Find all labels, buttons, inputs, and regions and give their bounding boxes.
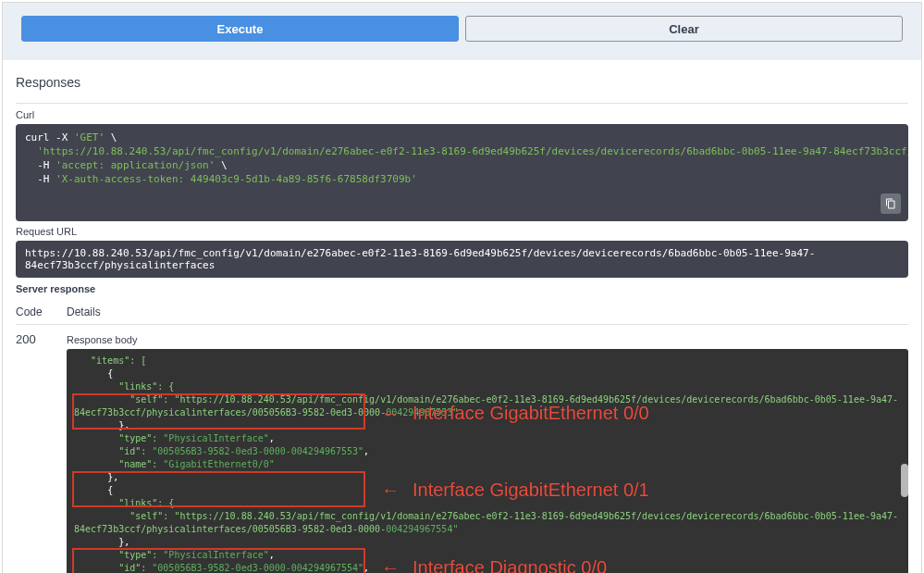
json-text: { — [74, 368, 113, 379]
json-text: "self": "https://10.88.240.53/api/fmc_co… — [74, 394, 898, 417]
curl-command-box: curl -X 'GET' \ 'https://10.88.240.53/ap… — [16, 124, 908, 221]
json-text: { — [74, 485, 113, 495]
json-key: "id": — [74, 446, 152, 456]
curl-text: -H — [25, 173, 55, 185]
json-text: "self": "https://10.88.240.53/api/fmc_co… — [74, 511, 898, 534]
curl-text: -H — [25, 159, 55, 171]
json-text: "links": { — [74, 498, 174, 508]
annotation: ← Interface GigabitEthernet 0/1 — [381, 477, 649, 503]
json-value: "PhysicalInterface" — [163, 550, 268, 560]
request-url-box: https://10.88.240.53/api/fmc_config/v1/d… — [16, 241, 908, 278]
curl-method: 'GET' — [74, 131, 105, 143]
server-response-label: Server response — [16, 283, 908, 294]
arrow-left-icon: ← — [381, 477, 400, 503]
json-key: "type": — [74, 433, 163, 443]
annotation-text: Interface Diagnostic 0/0 — [413, 554, 607, 573]
json-text: }, — [74, 420, 129, 430]
response-details: Response body "items": [ { "links": { "s… — [67, 330, 908, 573]
request-url-label: Request URL — [16, 226, 908, 237]
curl-header-accept: 'accept: application/json' — [55, 159, 215, 171]
json-text: "items": [ — [74, 355, 146, 366]
json-text: }, — [74, 472, 118, 482]
response-table-header: Code Details — [16, 298, 908, 325]
curl-text: curl -X — [25, 131, 74, 143]
clear-button[interactable]: Clear — [465, 16, 903, 42]
curl-header-token: 'X-auth-access-token: 449403c9-5d1b-4a89… — [55, 173, 417, 185]
json-key: "name": — [74, 459, 163, 469]
json-text: 004294967553" — [386, 407, 458, 417]
json-value: "GigabitEthernet0/0" — [163, 459, 274, 469]
json-value: "PhysicalInterface" — [163, 433, 268, 443]
curl-text: \ — [215, 159, 227, 171]
response-row: 200 Response body "items": [ { "links": … — [16, 330, 908, 573]
curl-url: 'https://10.88.240.53/api/fmc_config/v1/… — [25, 145, 908, 157]
annotation: ← Interface Diagnostic 0/0 — [381, 554, 607, 573]
json-key: "type": — [74, 550, 163, 560]
json-text: "links": { — [74, 381, 174, 392]
annotation-text: Interface GigabitEthernet 0/1 — [413, 477, 649, 503]
arrow-left-icon: ← — [381, 554, 400, 573]
json-key: "id": — [74, 563, 152, 573]
code-column-header: Code — [16, 305, 67, 318]
action-button-row: Execute Clear — [3, 3, 921, 60]
scrollbar-thumb[interactable] — [901, 464, 908, 497]
status-code: 200 — [16, 330, 67, 346]
response-body-box[interactable]: "items": [ { "links": { "self": "https:/… — [67, 349, 908, 573]
json-text: 004294967554" — [386, 524, 458, 534]
curl-text: \ — [105, 131, 117, 143]
execute-button[interactable]: Execute — [21, 16, 459, 42]
details-column-header: Details — [67, 305, 101, 318]
responses-heading: Responses — [16, 60, 908, 104]
response-body-label: Response body — [67, 334, 908, 345]
curl-label: Curl — [16, 109, 908, 120]
json-value: "005056B3-9582-0ed3-0000-004294967553" — [152, 446, 363, 456]
json-text: }, — [74, 537, 129, 547]
json-value: "005056B3-9582-0ed3-0000-004294967554" — [152, 563, 363, 573]
copy-curl-icon[interactable] — [881, 193, 901, 214]
